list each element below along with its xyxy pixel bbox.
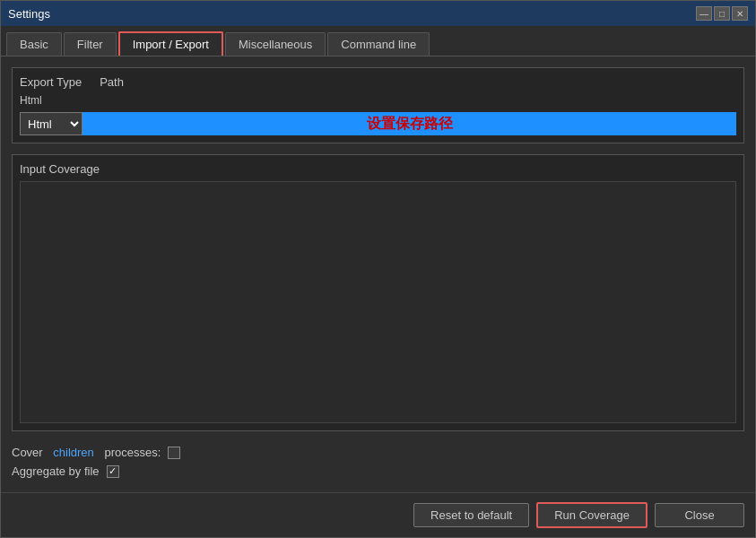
aggregate-label: Aggregate by file (12, 464, 100, 478)
export-header: Export Type Path (20, 75, 736, 89)
coverage-section: Input Coverage (12, 154, 744, 431)
export-path-input[interactable] (83, 112, 736, 135)
export-type-select[interactable]: Html XML CSV JSON (20, 112, 83, 135)
tab-miscellaneous[interactable]: Miscellaneous (225, 32, 326, 56)
coverage-header: Input Coverage (20, 162, 736, 176)
tab-import-export[interactable]: Import / Export (118, 31, 223, 56)
cover-children-row: Cover children processes: (12, 446, 744, 459)
run-coverage-button[interactable]: Run Coverage (536, 502, 647, 528)
coverage-input[interactable] (20, 181, 736, 423)
footer: Reset to default Run Coverage Close (1, 492, 755, 537)
options-area: Cover children processes: Aggregate by f… (12, 442, 744, 482)
export-type-header: Export Type (20, 75, 82, 89)
window-controls: — □ ✕ (696, 6, 748, 21)
tab-basic[interactable]: Basic (6, 32, 62, 56)
export-row: Html XML CSV JSON (20, 112, 736, 135)
close-button[interactable]: Close (655, 503, 744, 527)
window-title: Settings (8, 7, 50, 21)
reset-button[interactable]: Reset to default (413, 503, 529, 527)
export-section: Export Type Path Html Html XML CSV JSON (12, 67, 744, 143)
cover-children-label2: processes: (101, 446, 161, 459)
settings-window: Settings — □ ✕ Basic Filter Import / Exp… (0, 0, 756, 538)
aggregate-row: Aggregate by file (12, 464, 744, 478)
coverage-header-label: Input Coverage (20, 162, 100, 176)
minimize-button[interactable]: — (696, 6, 712, 21)
tabs-bar: Basic Filter Import / Export Miscellaneo… (1, 26, 755, 56)
close-window-button[interactable]: ✕ (732, 6, 748, 21)
cover-children-checkbox[interactable] (168, 447, 180, 459)
restore-button[interactable]: □ (714, 6, 730, 21)
tab-filter[interactable]: Filter (64, 32, 117, 56)
export-type-label: Html (20, 94, 736, 107)
tab-command-line[interactable]: Command line (327, 32, 430, 56)
cover-children-label1: Cover (12, 446, 46, 459)
title-bar: Settings — □ ✕ (1, 1, 755, 26)
export-path-header: Path (100, 75, 124, 89)
content-area: Export Type Path Html Html XML CSV JSON … (1, 56, 755, 492)
cover-children-highlight: children (53, 446, 94, 459)
aggregate-checkbox[interactable] (107, 465, 119, 478)
